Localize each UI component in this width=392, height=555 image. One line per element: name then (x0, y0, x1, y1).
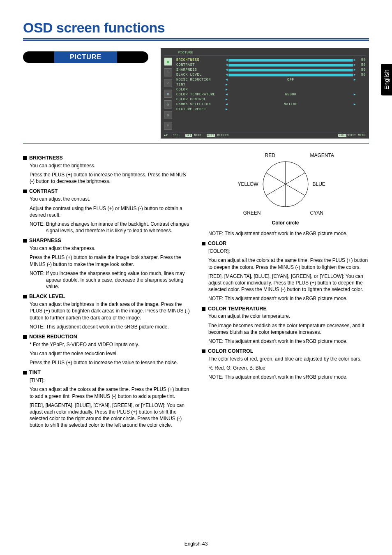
screen-icon: □ (164, 68, 172, 76)
item-paragraph: You can adjust all the colors at the sam… (30, 386, 190, 399)
picture-icon: ◉ (164, 58, 172, 66)
slider-bar (228, 74, 353, 76)
left-arrow-icon: ◀ (226, 102, 228, 107)
osd-category-icons: ◉ □ ♪ ▣ ⚙ ⚙ ≡ (164, 57, 176, 132)
item-paragraph: [RED], [MAGENTA], [BLUE], [CYAN], [GREEN… (30, 402, 190, 429)
osd-row-value: NATIVE (228, 102, 353, 107)
item-heading: COLOR CONTROL (202, 348, 369, 355)
item-note: NOTE: If you increase the sharpness sett… (30, 270, 190, 290)
osd-row: BRIGHTNESS◀▶50 (176, 58, 366, 62)
section-pill-picture: PICTURE (23, 51, 148, 63)
left-column: BRIGHTNESSYou can adjust the brightness.… (23, 151, 190, 431)
item-paragraph: * For the YPbPr, S-VIDEO and VIDEO input… (30, 341, 190, 348)
item-title: NOISE REDUCTION (29, 333, 77, 340)
left-arrow-icon: ◀ (226, 62, 228, 67)
item-title: COLOR TEMPERATURE (208, 305, 267, 312)
color-circle-figure: RED MAGENTA YELLOW BLUE GREEN CYAN Color… (202, 151, 369, 226)
config1-icon: ⚙ (164, 100, 172, 109)
osd-row: BLACK LEVEL◀▶50 (176, 72, 366, 77)
osd-item-list: BRIGHTNESS◀▶50CONTRAST◀▶50SHARPNESS◀▶50B… (176, 57, 366, 132)
osd-row-label: TINT (176, 82, 226, 87)
osd-row-label: COLOR CONTROL (176, 97, 226, 102)
square-bullet-icon (202, 349, 205, 353)
item-title: BLACK LEVEL (29, 293, 65, 300)
item-paragraph: Adjust the contrast using the PLUS (+) o… (30, 205, 190, 218)
nav-arrows-icon: ▲▼ (164, 134, 168, 137)
page-number: English-43 (0, 541, 392, 547)
osd-preview-panel: PICTURE ◉ □ ♪ ▣ ⚙ ⚙ ≡ BRIGHTNESS◀▶50CONT… (161, 48, 369, 139)
left-arrow-icon: ◀ (226, 92, 228, 97)
footer-exit-btn: MENU (338, 134, 346, 137)
osd-row-value: OFF (228, 77, 353, 82)
osd-row-label: GAMMA SELECTION (176, 102, 226, 107)
footer-return-btn: EXIT (207, 134, 215, 137)
square-bullet-icon (23, 156, 27, 160)
item-paragraph: [COLOR]: (208, 248, 369, 254)
right-arrow-icon: ▶ (226, 82, 228, 87)
left-arrow-icon: ◀ (226, 58, 228, 62)
item-paragraph: [RED], [MAGENTA], [BLUE], [CYAN], [GREEN… (208, 273, 369, 293)
item-heading: NOISE REDUCTION (23, 333, 190, 340)
right-column: RED MAGENTA YELLOW BLUE GREEN CYAN Color… (202, 151, 369, 431)
osd-row: COLOR CONTROL▶ (176, 97, 366, 102)
item-paragraph: Press the PLUS (+) button to make the im… (30, 254, 190, 267)
footer-sel: :SEL (173, 134, 180, 137)
item-paragraph: You can adjust the contrast. (30, 196, 190, 202)
osd-row-value: 6500K (228, 92, 353, 97)
left-arrow-icon: ◀ (226, 67, 228, 72)
language-tab: English (381, 64, 392, 95)
right-arrow-icon: ▶ (226, 107, 228, 112)
item-title: COLOR CONTROL (208, 348, 253, 355)
item-title: SHARPNESS (29, 237, 61, 244)
osd-row-label: PICTURE RESET (176, 107, 226, 112)
footer-next-btn: SET (185, 134, 192, 137)
right-arrow-icon: ▶ (354, 92, 356, 97)
divider (23, 143, 369, 144)
osd-row-label: NOISE REDUCTION (176, 77, 226, 82)
item-title: COLOR (208, 240, 226, 247)
square-bullet-icon (202, 242, 205, 245)
item-title: BRIGHTNESS (29, 155, 63, 162)
item-heading: COLOR TEMPERATURE (202, 305, 369, 312)
osd-row: CONTRAST◀▶50 (176, 62, 366, 67)
wheel-label-magenta: MAGENTA (310, 152, 334, 159)
item-note: NOTE: This adjustment doesn't work in th… (208, 295, 369, 302)
item-note: NOTE: Brightness changes luminance of th… (30, 221, 190, 234)
item-paragraph: You can adjust the brightness. (30, 162, 190, 169)
item-title: TINT (29, 369, 41, 376)
square-bullet-icon (23, 335, 27, 339)
osd-row: NOISE REDUCTION◀OFF▶ (176, 77, 366, 82)
osd-footer: ▲▼:SEL SET:NEXT EXIT:RETURN MENU:EXIT ME… (164, 132, 366, 137)
right-arrow-icon: ▶ (226, 87, 228, 92)
osd-row-label: SHARPNESS (176, 67, 226, 72)
item-heading: TINT (23, 369, 190, 376)
osd-row-label: COLOR (176, 87, 226, 92)
item-note: NOTE: This adjustment doesn't work in th… (208, 338, 369, 345)
slider-bar (228, 69, 353, 72)
osd-row: PICTURE RESET▶ (176, 107, 366, 112)
left-arrow-icon: ◀ (226, 72, 228, 77)
item-paragraph: R: Red, G: Green, B: Blue (208, 365, 369, 371)
osd-row-value: 50 (356, 58, 366, 62)
item-note: NOTE: This adjustment doesn't work in th… (30, 324, 190, 330)
right-arrow-icon: ▶ (354, 102, 356, 107)
slider-bar (228, 64, 353, 67)
osd-row-value: 50 (356, 72, 366, 77)
osd-row: SHARPNESS◀▶50 (176, 67, 366, 72)
osd-row-label: BRIGHTNESS (176, 58, 226, 62)
square-bullet-icon (23, 239, 27, 243)
osd-row-label: COLOR TEMPERATURE (176, 92, 226, 97)
right-arrow-icon: ▶ (354, 77, 356, 82)
config2-icon: ⚙ (164, 111, 172, 119)
wheel-label-red: RED (261, 152, 275, 159)
square-bullet-icon (23, 190, 27, 193)
osd-row: GAMMA SELECTION◀NATIVE▶ (176, 102, 366, 107)
item-paragraph: The color levels of red, green, and blue… (208, 356, 369, 362)
item-heading: SHARPNESS (23, 237, 190, 244)
square-bullet-icon (23, 371, 27, 375)
wheel-caption: Color circle (272, 220, 299, 226)
item-heading: CONTRAST (23, 188, 190, 195)
item-paragraph: Press the PLUS (+) button to increase th… (30, 359, 190, 366)
right-arrow-icon: ▶ (226, 97, 228, 102)
item-title: CONTRAST (29, 188, 58, 195)
